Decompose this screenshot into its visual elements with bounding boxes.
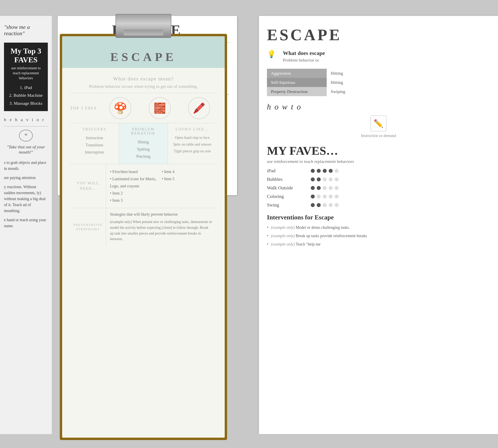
right-escape-title: ESCAPE (267, 26, 490, 44)
top3-icons: 🍄 🧱 🖍️ (103, 97, 217, 119)
faves-swing: Swing (267, 202, 490, 208)
right-panel: ESCAPE 💡 What does escape Problem behavi… (259, 16, 498, 434)
trigger-2: Transitions (74, 141, 115, 148)
faves-ipad-name: iPad (267, 168, 307, 174)
dot (323, 203, 327, 207)
you-need-left: • First/then board • Laminated icons for… (110, 168, 161, 204)
fave-item-3: 3. Massage Blocks (8, 99, 44, 107)
top3-section: TOP 3 FAVS 🍄 🧱 🖍️ (70, 93, 217, 123)
trigger-3: Interruption (74, 148, 115, 156)
faves-ipad-dots (311, 169, 339, 173)
table-row: Aggression Hitting (267, 69, 490, 78)
left-body-4: e hand or teach using your name. (4, 217, 48, 229)
right-pencil-icon: ✏️ (370, 115, 386, 131)
problem-behavior-col: PROBLEM BEHAVIOR Hitting Spitting Pinchi… (119, 123, 168, 164)
faves-bubbles-name: Bubbles (267, 176, 307, 182)
fave-item-2: 2. Bubble Machine (8, 91, 44, 99)
behavior-table: Aggression Hitting Self-Injurious Hittin… (267, 69, 490, 96)
preventative-header: Strategies that will likely prevent beha… (110, 212, 213, 217)
looks-like-col: LOOKS LIKE… Open hand slap to face Spits… (168, 123, 217, 164)
my-faves-title: MY FAVES… (267, 144, 490, 158)
top-faves-subtitle: use reinforcement to teach replacement b… (8, 66, 44, 81)
you-need-right: • Item 4 • Item 5 (162, 168, 213, 204)
dot (329, 194, 333, 198)
clipboard-clip (116, 14, 171, 38)
pb-1: Hitting (123, 138, 164, 145)
faves-ipad: iPad (267, 168, 490, 174)
dot (323, 169, 327, 173)
dot (335, 186, 339, 190)
left-body-3: y reactions. Without sudden movements, l… (4, 184, 48, 214)
speech-bubble-icon: ❝ (19, 130, 33, 142)
clipboard-body: ESCAPE What does escape mean? Problem be… (60, 34, 227, 440)
faves-walk-name: Walk Outside (267, 185, 307, 191)
fav-lego: 🧱 (149, 97, 171, 119)
clipboard: ESCAPE What does escape mean? Problem be… (54, 10, 233, 444)
clip-what-title: What does escape mean? (70, 76, 217, 82)
triggers-col: TRIGGERS Instruction Transitions Interru… (70, 123, 119, 164)
aggression-value: Hitting (327, 69, 490, 78)
problem-behavior-items: Hitting Spitting Pinching (123, 138, 164, 160)
dot (335, 194, 339, 198)
self-injurious-value: Hitting (327, 78, 490, 87)
triggers-items: Instruction Transitions Interruption (74, 134, 115, 156)
left-body-2: are paying attention (4, 175, 48, 181)
preventative-content: Strategies that will likely prevent beha… (106, 208, 217, 246)
divider (4, 126, 48, 127)
dot (311, 203, 315, 207)
property-destruction-label: Property Destruction (267, 87, 327, 96)
left-quote: "show me a reaction" (4, 24, 48, 37)
you-need-content: • First/then board • Laminated icons for… (106, 164, 217, 208)
dot (311, 169, 315, 173)
table-row: Self-Injurious Hitting (267, 78, 490, 87)
dot (329, 169, 333, 173)
intervention-2: (example only) Break up tasks provide re… (267, 233, 490, 239)
ll-3: Tight pincer grip on arm (172, 148, 213, 155)
problem-behavior-label: PROBLEM BEHAVIOR (123, 127, 164, 136)
fav-mario: 🍄 (109, 97, 131, 119)
dot (317, 194, 321, 198)
faves-bubbles-dots (311, 177, 339, 181)
need-2: • Laminated icons for Mario, Lego, and c… (110, 175, 161, 190)
dot (317, 186, 321, 190)
self-injurious-label: Self-Injurious (267, 78, 327, 87)
looks-like-label: LOOKS LIKE… (172, 127, 213, 131)
preventative-body: (example only) When present new or chall… (110, 219, 213, 242)
dot (335, 169, 339, 173)
right-what-desc: Problem behavior oc (283, 58, 325, 63)
clip-content: What does escape mean? Problem behavior … (62, 68, 225, 246)
faves-walk-dots (311, 186, 339, 190)
ll-1: Open hand slap to face (172, 134, 213, 141)
top-faves-box: My Top 3 FAVES use reinforcement to teac… (4, 43, 48, 111)
dot (323, 186, 327, 190)
clip-escape-title: ESCAPE (70, 40, 217, 64)
lego-icon: 🧱 (154, 102, 166, 114)
triggers-label: TRIGGERS (74, 127, 115, 131)
dot (311, 186, 315, 190)
faves-coloring-name: Coloring (267, 194, 307, 199)
aggression-label: Aggression (267, 69, 327, 78)
dot (329, 177, 333, 181)
clip-header-section: ESCAPE (62, 36, 225, 68)
top-faves-list: 1. iPad 2. Bubble Machine 3. Massage Blo… (8, 84, 44, 107)
right-what-text: What does escape Problem behavior oc (283, 50, 325, 63)
pb-3: Pinching (123, 153, 164, 160)
faves-bubbles: Bubbles (267, 176, 490, 182)
trigger-1: Instruction (74, 134, 115, 141)
faves-swing-name: Swing (267, 202, 307, 208)
speech-quote: "Take that out of your mouth!" (4, 144, 48, 155)
preventative-label-text: PREVENTATIVE STRATEGIES (73, 223, 103, 232)
dot (335, 203, 339, 207)
you-need-label-text: YOU WILL NEED… (74, 181, 102, 191)
need-3: • Item 2 (110, 190, 161, 197)
need-4: • Item 3 (110, 197, 161, 204)
preventative-label: PREVENTATIVE STRATEGIES (70, 208, 106, 246)
dot (317, 169, 321, 173)
clipboard-paper: ESCAPE What does escape mean? Problem be… (62, 36, 225, 438)
dot (311, 194, 315, 198)
you-need-row: YOU WILL NEED… • First/then board • Lami… (70, 164, 217, 208)
need-1: • First/then board (110, 168, 161, 175)
pb-2: Spitting (123, 145, 164, 153)
interventions-title: Interventions for Escape (267, 214, 490, 221)
right-what-escape: 💡 What does escape Problem behavior oc (267, 50, 490, 63)
